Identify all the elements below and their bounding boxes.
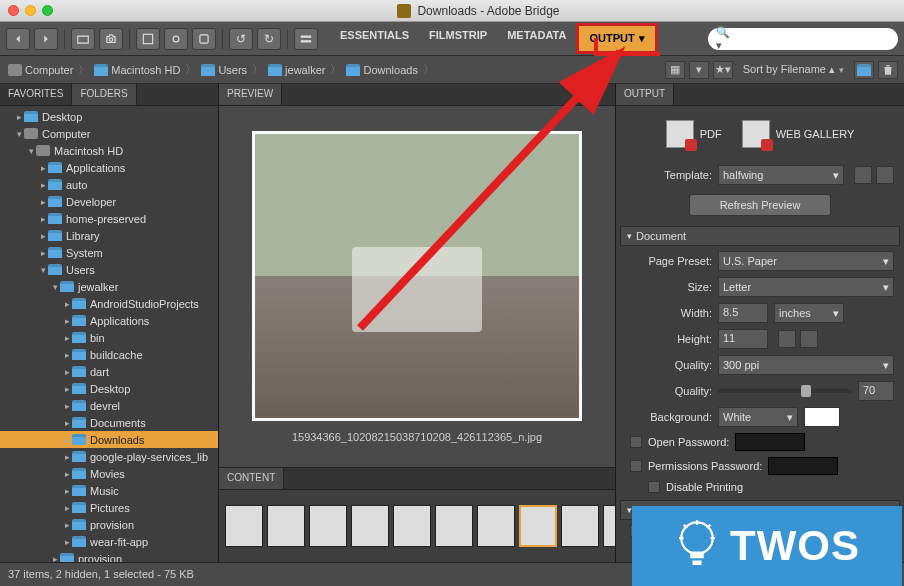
disclosure-arrow-icon[interactable]: ▸ (62, 418, 72, 428)
preview-image[interactable] (252, 131, 582, 421)
delete-template-button[interactable] (876, 166, 894, 184)
tree-item-desktop[interactable]: ▸Desktop (0, 380, 218, 397)
disclosure-arrow-icon[interactable]: ▸ (38, 163, 48, 173)
workspace-filmstrip[interactable]: FILMSTRIP (419, 23, 497, 54)
save-template-button[interactable] (854, 166, 872, 184)
disclosure-arrow-icon[interactable]: ▸ (38, 197, 48, 207)
orientation-landscape-button[interactable] (800, 330, 818, 348)
disclosure-arrow-icon[interactable]: ▸ (62, 537, 72, 547)
background-color-swatch[interactable] (804, 407, 840, 427)
workspace-metadata[interactable]: METADATA (497, 23, 576, 54)
tree-item-devrel[interactable]: ▸devrel (0, 397, 218, 414)
size-select[interactable]: Letter▾ (718, 277, 894, 297)
output-tab[interactable]: OUTPUT (616, 84, 674, 105)
close-window-button[interactable] (8, 5, 19, 16)
thumbnail[interactable] (477, 505, 515, 547)
thumbnail[interactable] (225, 505, 263, 547)
disclosure-arrow-icon[interactable]: ▸ (38, 248, 48, 258)
tree-item-applications[interactable]: ▸Applications (0, 159, 218, 176)
disclosure-arrow-icon[interactable]: ▾ (50, 282, 60, 292)
disclosure-arrow-icon[interactable]: ▸ (14, 112, 24, 122)
quality-slider[interactable] (718, 389, 852, 393)
disclosure-arrow-icon[interactable]: ▸ (62, 384, 72, 394)
tree-item-downloads[interactable]: ▸Downloads (0, 431, 218, 448)
disclosure-arrow-icon[interactable]: ▸ (38, 231, 48, 241)
breadcrumb-item[interactable]: jewalker (266, 64, 327, 76)
disclosure-arrow-icon[interactable]: ▾ (38, 265, 48, 275)
disable-printing-checkbox[interactable] (648, 481, 660, 493)
disclosure-arrow-icon[interactable]: ▸ (38, 214, 48, 224)
background-select[interactable]: White▾ (718, 407, 798, 427)
tree-item-dart[interactable]: ▸dart (0, 363, 218, 380)
template-select[interactable]: halfwing▾ (718, 165, 844, 185)
disclosure-arrow-icon[interactable]: ▸ (62, 316, 72, 326)
back-button[interactable] (6, 28, 30, 50)
tree-item-music[interactable]: ▸Music (0, 482, 218, 499)
tree-item-users[interactable]: ▾Users (0, 261, 218, 278)
refresh-preview-button[interactable]: Refresh Preview (689, 194, 832, 216)
disclosure-arrow-icon[interactable]: ▸ (62, 333, 72, 343)
disclosure-arrow-icon[interactable]: ▸ (62, 435, 72, 445)
tree-item-computer[interactable]: ▾Computer (0, 125, 218, 142)
rotate-cw-button[interactable]: ↻ (257, 28, 281, 50)
thumbnail[interactable] (267, 505, 305, 547)
workspace-output[interactable]: OUTPUT▾ (576, 23, 657, 54)
workspace-essentials[interactable]: ESSENTIALS (330, 23, 419, 54)
permissions-password-checkbox[interactable] (630, 460, 642, 472)
orientation-portrait-button[interactable] (778, 330, 796, 348)
disclosure-arrow-icon[interactable]: ▸ (62, 469, 72, 479)
tree-item-pictures[interactable]: ▸Pictures (0, 499, 218, 516)
disclosure-arrow-icon[interactable]: ▸ (62, 299, 72, 309)
page-preset-select[interactable]: U.S. Paper▾ (718, 251, 894, 271)
disclosure-arrow-icon[interactable]: ▾ (14, 129, 24, 139)
height-input[interactable]: 11 (718, 329, 768, 349)
tree-item-wear-fit-app[interactable]: ▸wear-fit-app (0, 533, 218, 550)
tree-item-home-preserved[interactable]: ▸home-preserved (0, 210, 218, 227)
thumbnail[interactable] (561, 505, 599, 547)
forward-button[interactable] (34, 28, 58, 50)
thumbnail[interactable] (351, 505, 389, 547)
disclosure-arrow-icon[interactable]: ▸ (62, 401, 72, 411)
tree-item-macintosh-hd[interactable]: ▾Macintosh HD (0, 142, 218, 159)
disclosure-arrow-icon[interactable]: ▸ (38, 180, 48, 190)
disclosure-arrow-icon[interactable]: ▸ (62, 350, 72, 360)
new-folder-button[interactable] (854, 61, 874, 79)
rotate-ccw-button[interactable]: ↺ (229, 28, 253, 50)
disclosure-arrow-icon[interactable]: ▸ (62, 486, 72, 496)
breadcrumb-item[interactable]: Macintosh HD (92, 64, 182, 76)
disclosure-arrow-icon[interactable]: ▾ (26, 146, 36, 156)
tree-item-library[interactable]: ▸Library (0, 227, 218, 244)
open-in-camera-raw-button[interactable] (164, 28, 188, 50)
thumbnail[interactable] (435, 505, 473, 547)
open-password-checkbox[interactable] (630, 436, 642, 448)
reveal-recent-button[interactable] (71, 28, 95, 50)
search-input[interactable] (734, 33, 890, 45)
disclosure-arrow-icon[interactable]: ▸ (62, 520, 72, 530)
filter-thumbnails-button[interactable]: ▦ (665, 61, 685, 79)
quality-slider-value[interactable]: 70 (858, 381, 894, 401)
search-box[interactable]: 🔍▾ (708, 28, 898, 50)
disclosure-arrow-icon[interactable]: ▸ (50, 554, 60, 563)
tree-item-google-play-services-lib[interactable]: ▸google-play-services_lib (0, 448, 218, 465)
get-photos-button[interactable] (99, 28, 123, 50)
output-type-pdf[interactable]: PDF (666, 120, 722, 148)
disclosure-arrow-icon[interactable]: ▸ (62, 452, 72, 462)
output-type-web-gallery[interactable]: WEB GALLERY (742, 120, 855, 148)
zoom-window-button[interactable] (42, 5, 53, 16)
tree-item-movies[interactable]: ▸Movies (0, 465, 218, 482)
folders-tab[interactable]: FOLDERS (72, 84, 136, 105)
document-section-header[interactable]: ▾Document (620, 226, 900, 246)
favorites-tab[interactable]: FAVORITES (0, 84, 72, 105)
star-filter-button[interactable]: ★▾ (713, 61, 733, 79)
tree-item-documents[interactable]: ▸Documents (0, 414, 218, 431)
sort-by-dropdown[interactable]: Sort by Filename ▴ (737, 63, 850, 76)
tree-item-developer[interactable]: ▸Developer (0, 193, 218, 210)
slider-knob[interactable] (801, 385, 811, 397)
breadcrumb-item[interactable]: Downloads (344, 64, 419, 76)
open-password-input[interactable] (735, 433, 805, 451)
minimize-window-button[interactable] (25, 5, 36, 16)
thumbnail[interactable] (309, 505, 347, 547)
tree-item-provision[interactable]: ▸provision (0, 516, 218, 533)
thumbnail[interactable] (603, 505, 615, 547)
width-unit-select[interactable]: inches▾ (774, 303, 844, 323)
